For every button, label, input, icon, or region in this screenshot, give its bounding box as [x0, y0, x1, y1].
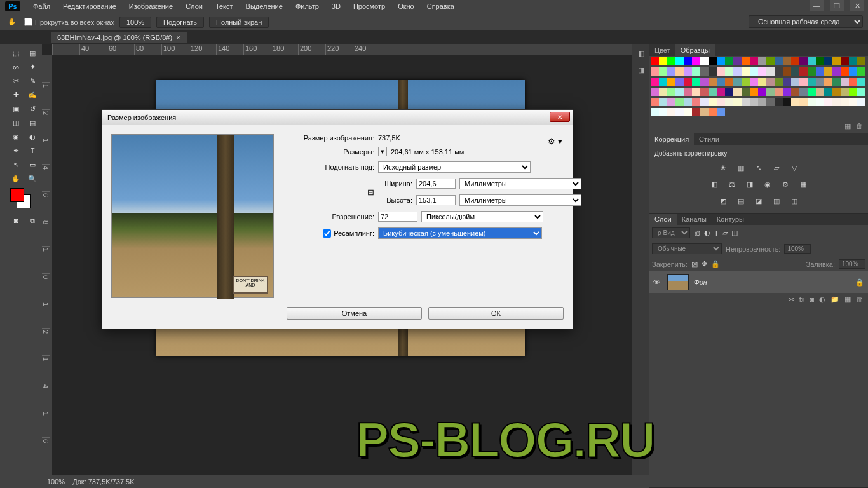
swatch[interactable]: [651, 67, 659, 76]
swatch[interactable]: [742, 78, 750, 86]
menu-help[interactable]: Справка: [422, 1, 459, 11]
eraser-tool[interactable]: ◫: [8, 116, 24, 130]
width-input[interactable]: [416, 179, 456, 189]
quickmask-tool[interactable]: ◙: [8, 214, 24, 227]
swatch[interactable]: [758, 57, 766, 65]
dialog-close-button[interactable]: ✕: [550, 112, 570, 122]
adj-photo-icon[interactable]: ◉: [761, 179, 775, 190]
brush-tool[interactable]: ✍: [24, 88, 41, 102]
swatch[interactable]: [832, 98, 841, 106]
swatch[interactable]: [659, 98, 667, 106]
swatch[interactable]: [709, 67, 717, 76]
adj-vibrance-icon[interactable]: ▽: [787, 162, 801, 173]
document-tab[interactable]: 63BHimNav-4.jpg @ 100% (RGB/8#)×: [51, 32, 187, 43]
type-tool[interactable]: T: [24, 144, 41, 158]
delete-swatch-icon[interactable]: 🗑: [856, 122, 863, 130]
swatch[interactable]: [824, 98, 832, 106]
swatch[interactable]: [799, 98, 808, 106]
zoom-level-button[interactable]: 100%: [119, 17, 151, 28]
swatch[interactable]: [742, 67, 750, 76]
menu-layer[interactable]: Слои: [180, 1, 208, 11]
swatch[interactable]: [766, 67, 775, 76]
blend-mode-select[interactable]: Обычные: [652, 243, 722, 254]
swatch[interactable]: [775, 78, 783, 86]
swatch[interactable]: [758, 78, 766, 86]
tab-layers[interactable]: Слои: [649, 214, 677, 225]
adj-lut-icon[interactable]: ▦: [796, 179, 810, 190]
swatch[interactable]: [816, 98, 824, 106]
swatch[interactable]: [816, 78, 824, 86]
swatch[interactable]: [675, 57, 684, 65]
menu-edit[interactable]: Редактирование: [58, 1, 121, 11]
adj-mixer-icon[interactable]: ⚙: [778, 179, 792, 190]
tab-swatches[interactable]: Образцы: [675, 44, 715, 56]
swatch[interactable]: [799, 78, 808, 86]
fullscreen-button[interactable]: Полный экран: [209, 17, 269, 28]
fit-button[interactable]: Подогнать: [156, 17, 204, 28]
history-brush-tool[interactable]: ↺: [24, 102, 41, 116]
swatch[interactable]: [742, 57, 750, 65]
swatch[interactable]: [733, 98, 742, 106]
swatch[interactable]: [667, 88, 675, 96]
swatch[interactable]: [733, 57, 742, 65]
swatch[interactable]: [832, 88, 841, 96]
swatch[interactable]: [783, 78, 791, 86]
blur-tool[interactable]: ◉: [8, 130, 24, 144]
swatch[interactable]: [709, 78, 717, 86]
adj-selective-icon[interactable]: ◫: [787, 195, 801, 207]
swatch[interactable]: [709, 88, 717, 96]
resample-checkbox[interactable]: [323, 229, 331, 238]
adj-curves-icon[interactable]: ∿: [752, 162, 766, 173]
swatch[interactable]: [651, 108, 659, 116]
menu-view[interactable]: Просмотр: [348, 1, 390, 11]
swatch[interactable]: [857, 57, 865, 65]
maximize-button[interactable]: ❐: [830, 0, 844, 11]
swatch[interactable]: [675, 108, 684, 116]
swatch[interactable]: [651, 88, 659, 96]
swatch[interactable]: [651, 98, 659, 106]
menu-filter[interactable]: Фильтр: [290, 1, 324, 11]
eyedropper-tool[interactable]: ✎: [24, 74, 41, 88]
swatch[interactable]: [717, 67, 725, 76]
swatch[interactable]: [709, 108, 717, 116]
lasso-tool[interactable]: ᔕ: [8, 60, 24, 74]
tab-styles[interactable]: Стили: [694, 133, 724, 145]
mask-icon[interactable]: ◙: [810, 295, 814, 304]
swatch[interactable]: [717, 108, 725, 116]
swatch[interactable]: [841, 78, 849, 86]
swatch[interactable]: [675, 98, 684, 106]
menu-file[interactable]: Файл: [28, 1, 55, 11]
fx-icon[interactable]: fx: [799, 295, 805, 304]
resolution-input[interactable]: [378, 212, 417, 222]
swatch[interactable]: [791, 98, 799, 106]
visibility-icon[interactable]: 👁: [653, 278, 662, 286]
swatch[interactable]: [832, 67, 841, 76]
swatch[interactable]: [667, 78, 675, 86]
swatch[interactable]: [725, 57, 733, 65]
swatch[interactable]: [832, 78, 841, 86]
swatch[interactable]: [725, 78, 733, 86]
swatch[interactable]: [684, 98, 692, 106]
swatch[interactable]: [709, 98, 717, 106]
swatch[interactable]: [733, 78, 742, 86]
pen-tool[interactable]: ✒: [8, 144, 24, 158]
swatch[interactable]: [849, 98, 857, 106]
close-tab-icon[interactable]: ×: [176, 34, 180, 41]
opacity-input[interactable]: [784, 244, 811, 254]
swatch[interactable]: [791, 67, 799, 76]
fg-color[interactable]: [10, 188, 24, 202]
swatch[interactable]: [783, 98, 791, 106]
swatch[interactable]: [684, 108, 692, 116]
resolution-unit-select[interactable]: Пикселы/дюйм: [421, 211, 543, 222]
swatch[interactable]: [849, 57, 857, 65]
status-zoom[interactable]: 100%: [47, 478, 65, 485]
height-unit-select[interactable]: Миллиметры: [459, 194, 581, 206]
swatch[interactable]: [758, 88, 766, 96]
swatch[interactable]: [750, 57, 758, 65]
swatch[interactable]: [717, 57, 725, 65]
swatch[interactable]: [733, 88, 742, 96]
swatch[interactable]: [692, 57, 700, 65]
swatch[interactable]: [766, 78, 775, 86]
swatch[interactable]: [750, 67, 758, 76]
swatch[interactable]: [841, 98, 849, 106]
